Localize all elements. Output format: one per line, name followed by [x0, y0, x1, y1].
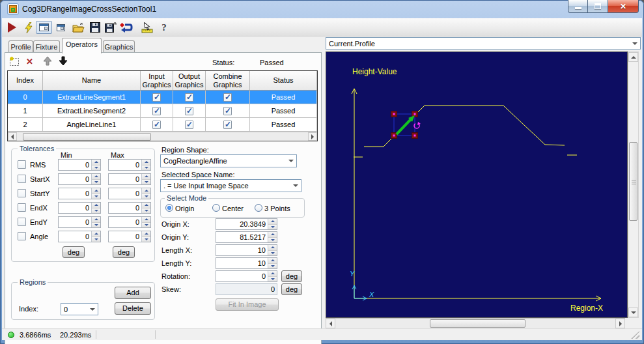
spin-up-icon[interactable] [142, 174, 150, 179]
col-header[interactable]: Output Graphics [173, 71, 206, 90]
min-deg-button[interactable]: deg [63, 246, 85, 258]
spin-down-icon[interactable] [268, 263, 277, 269]
spin-down-icon[interactable] [92, 194, 100, 199]
fit-in-image-button[interactable]: Fit In Image [216, 298, 279, 311]
scroll-down-icon[interactable] [628, 308, 638, 317]
minimize-button[interactable] [568, 0, 588, 13]
table-row[interactable]: 1ExtractLineSegment2Passed [8, 104, 317, 118]
tab-operators[interactable]: Operators [62, 38, 102, 53]
table-hscroll-thumb[interactable] [23, 133, 151, 141]
spin-up-icon[interactable] [268, 219, 277, 224]
spin-down-icon[interactable] [268, 276, 277, 282]
spin-up-icon[interactable] [92, 174, 100, 179]
plot-hscrollbar[interactable] [326, 318, 625, 328]
table-row[interactable]: 0ExtractLineSegment1Passed [8, 91, 317, 104]
graphics-checkbox[interactable] [185, 93, 193, 102]
region-shape-select[interactable]: CogRectangleAffine [160, 154, 297, 167]
numeric-input[interactable]: 0 [58, 188, 101, 199]
close-button[interactable]: ✕ [608, 0, 639, 13]
spin-down-icon[interactable] [268, 224, 277, 230]
spin-up-icon[interactable] [142, 203, 150, 208]
spin-up-icon[interactable] [142, 160, 150, 165]
numeric-input[interactable]: 0 [58, 231, 101, 242]
scroll-up-icon[interactable] [628, 52, 638, 62]
numeric-input[interactable]: 0 [108, 202, 151, 214]
title-bar[interactable]: Cog3DRangeImageCrossSectionTool1 ✕ [0, 0, 644, 18]
graphics-checkbox[interactable] [152, 121, 161, 129]
resize-grip[interactable] [631, 331, 639, 339]
numeric-input[interactable]: 0 [58, 216, 101, 228]
save-file-icon[interactable] [88, 21, 102, 34]
radio-center[interactable] [212, 204, 220, 212]
spin-down-icon[interactable] [92, 165, 100, 171]
region-direction-arrow[interactable] [397, 119, 411, 134]
col-header[interactable]: Name [43, 71, 141, 90]
tolerance-checkbox-angle[interactable] [18, 232, 26, 240]
spin-down-icon[interactable] [142, 236, 150, 242]
spin-down-icon[interactable] [268, 237, 277, 243]
spin-up-icon[interactable] [142, 188, 150, 194]
numeric-input[interactable]: 0 [58, 202, 101, 214]
tolerance-checkbox-starty[interactable] [18, 189, 26, 197]
numeric-input[interactable]: 0 [108, 173, 151, 185]
scroll-left-icon[interactable] [326, 319, 335, 328]
tolerance-checkbox-endx[interactable] [18, 203, 26, 212]
tolerance-checkbox-rms[interactable] [18, 160, 26, 169]
new-operator-icon[interactable] [8, 56, 20, 66]
spin-down-icon[interactable] [268, 250, 277, 256]
spin-up-icon[interactable] [268, 258, 277, 263]
col-header[interactable]: Index [8, 71, 43, 90]
col-header[interactable]: Status [250, 71, 317, 90]
numeric-input[interactable]: 0 [108, 188, 151, 199]
show-controls-icon[interactable] [36, 21, 52, 34]
spin-down-icon[interactable] [92, 222, 100, 228]
spin-down-icon[interactable] [142, 165, 150, 171]
numeric-input[interactable]: 0 [58, 159, 101, 171]
scroll-right-icon[interactable] [308, 132, 317, 141]
spin-up-icon[interactable] [92, 160, 100, 165]
deg-button[interactable]: deg [281, 270, 302, 282]
help-icon[interactable]: ? [157, 21, 171, 34]
radio-origin[interactable] [165, 204, 173, 212]
spin-down-icon[interactable] [142, 194, 150, 199]
spin-up-icon[interactable] [92, 203, 100, 208]
open-file-icon[interactable] [71, 21, 85, 34]
spin-down-icon[interactable] [142, 208, 150, 214]
scroll-right-icon[interactable] [615, 319, 625, 328]
space-name-select[interactable]: . = Use Input Image Space [160, 179, 301, 192]
spin-up-icon[interactable] [268, 271, 277, 276]
spin-up-icon[interactable] [268, 232, 277, 237]
spin-down-icon[interactable] [142, 179, 150, 185]
scroll-left-icon[interactable] [8, 132, 17, 141]
tab-fixture[interactable]: Fixture [33, 40, 60, 53]
spin-down-icon[interactable] [92, 179, 100, 185]
region-corner-handle[interactable] [412, 111, 418, 117]
max-deg-button[interactable]: deg [113, 246, 135, 258]
graphics-checkbox[interactable] [223, 93, 232, 102]
save-as-icon[interactable] [104, 21, 118, 34]
spin-up-icon[interactable] [268, 245, 277, 250]
numeric-input[interactable]: 10 [216, 244, 277, 256]
tolerance-checkbox-startx[interactable] [18, 175, 26, 183]
radio-3-points[interactable] [255, 204, 262, 212]
trigger-lightning-icon[interactable] [21, 21, 36, 34]
graphics-checkbox[interactable] [185, 121, 193, 129]
graphics-checkbox[interactable] [185, 107, 193, 115]
spin-up-icon[interactable] [92, 231, 100, 236]
region-corner-handle[interactable] [391, 111, 397, 117]
region-corner-handle[interactable] [412, 133, 418, 139]
col-header[interactable]: Input Graphics [141, 71, 173, 90]
table-row[interactable]: 2AngleLineLine1Passed [8, 118, 317, 132]
tolerance-checkbox-endy[interactable] [18, 218, 26, 226]
run-icon[interactable] [5, 21, 19, 34]
spin-up-icon[interactable] [142, 231, 150, 236]
spin-up-icon[interactable] [92, 217, 100, 222]
pointer-ruler-icon[interactable] [140, 21, 154, 34]
move-down-icon[interactable] [59, 56, 68, 68]
numeric-input[interactable]: 20.3849 [216, 218, 277, 230]
spin-up-icon[interactable] [92, 188, 100, 194]
delete-operator-icon[interactable]: ✕ [26, 57, 33, 66]
graphics-checkbox[interactable] [152, 93, 161, 102]
plot-vscroll-thumb[interactable] [629, 142, 637, 221]
numeric-input[interactable]: 81.5217 [216, 231, 277, 243]
